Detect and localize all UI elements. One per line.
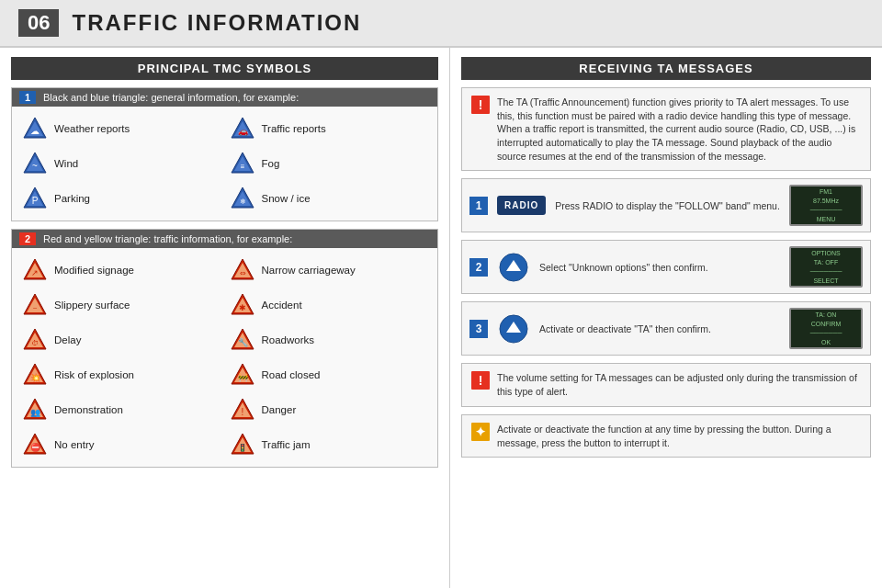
step-2-row: 2 Select "Unknown options" then confirm.…: [461, 240, 871, 294]
box2: 2 Red and yellow triangle: traffic infor…: [11, 229, 438, 468]
box1: 1 Black and blue triangle: general infor…: [11, 87, 438, 221]
svg-text:P: P: [32, 196, 39, 206]
list-item: P Parking: [19, 182, 223, 215]
svg-text:☁: ☁: [30, 126, 40, 136]
step-3-screen-text: TA: ONCONFIRM───────OK: [810, 311, 842, 346]
accident-icon: ✱: [229, 291, 256, 319]
traffic-reports-label: Traffic reports: [262, 122, 326, 136]
list-item: ✱ Accident: [227, 288, 431, 322]
step-1-content: RADIO Press RADIO to display the "FOLLOW…: [497, 196, 780, 215]
risk-explosion-icon: 💥: [21, 361, 49, 389]
list-item: ≡ Fog: [227, 147, 431, 180]
fog-label: Fog: [262, 157, 280, 171]
svg-text:💥: 💥: [30, 372, 41, 383]
list-item: ⏱ Delay: [19, 323, 223, 356]
fog-icon: ≡: [229, 150, 256, 177]
note-1-text: The volume setting for TA messages can b…: [497, 371, 861, 398]
parking-label: Parking: [54, 192, 90, 206]
step-1-screen: FM187.5MHz───────MENU: [789, 185, 863, 226]
accident-label: Accident: [262, 299, 302, 312]
step-1-text: Press RADIO to display the "FOLLOW" band…: [555, 199, 780, 213]
svg-text:≡: ≡: [240, 163, 244, 171]
list-item: ❄ Snow / ice: [227, 182, 431, 215]
svg-text:~: ~: [32, 161, 38, 171]
step-3-num: 3: [469, 320, 488, 338]
list-item: ~ Slippery surface: [19, 288, 223, 322]
roadworks-label: Roadworks: [262, 334, 315, 347]
svg-text:✱: ✱: [239, 303, 246, 312]
box2-num: 2: [19, 232, 36, 245]
box1-label: 1 Black and blue triangle: general infor…: [12, 88, 437, 107]
step-3-text: Activate or deactivate "TA" then confirm…: [539, 322, 711, 336]
danger-icon: !: [229, 396, 256, 424]
step-1-row: 1 RADIO Press RADIO to display the "FOLL…: [461, 178, 871, 232]
snow-ice-icon: ❄: [229, 185, 256, 212]
left-panel: PRINCIPAL TMC SYMBOLS 1 Black and blue t…: [0, 48, 450, 588]
box2-label: 2 Red and yellow triangle: traffic infor…: [12, 230, 437, 248]
road-closed-icon: 🚧: [229, 361, 256, 389]
step-2-screen-text: OPTIONSTA: OFF───────SELECT: [810, 249, 842, 285]
box1-num: 1: [19, 91, 36, 104]
step-3-content: Activate or deactivate "TA" then confirm…: [497, 312, 780, 345]
note-1-box: ! The volume setting for TA messages can…: [461, 363, 871, 406]
step-2-text: Select "Unknown options" then confirm.: [539, 261, 708, 275]
svg-text:🔧: 🔧: [237, 337, 248, 348]
ta-info-text: The TA (Traffic Announcement) function g…: [497, 96, 861, 163]
no-entry-icon: ⛔: [21, 431, 49, 458]
note-2-text: Activate or deactivate the function at a…: [497, 423, 861, 449]
svg-text:🚦: 🚦: [238, 443, 247, 452]
step-1-num: 1: [469, 197, 488, 215]
modified-signage-label: Modified signage: [54, 264, 134, 277]
list-item: ~ Wind: [19, 147, 223, 180]
list-item: 👥 Demonstration: [19, 393, 223, 426]
list-item: 🚦 Traffic jam: [227, 428, 431, 461]
no-entry-label: No entry: [54, 438, 94, 452]
ta-info-box: ! The TA (Traffic Announcement) function…: [461, 87, 871, 171]
list-item: 🔧 Roadworks: [227, 323, 431, 356]
svg-text:↗: ↗: [31, 268, 39, 277]
list-item: ↗ Modified signage: [19, 254, 223, 287]
box1-label-text: Black and blue triangle: general informa…: [43, 92, 299, 103]
weather-reports-label: Weather reports: [54, 122, 130, 136]
chapter-number: 06: [18, 9, 59, 37]
list-item: ⇔ Narrow carriageway: [227, 254, 431, 287]
delay-icon: ⏱: [21, 326, 49, 354]
delay-label: Delay: [54, 334, 81, 347]
svg-text:🚗: 🚗: [237, 126, 248, 137]
svg-text:⏱: ⏱: [31, 339, 39, 347]
svg-text:!: !: [241, 407, 243, 417]
list-item: ⛔ No entry: [19, 428, 223, 461]
step-1-screen-text: FM187.5MHz───────MENU: [810, 187, 842, 223]
demonstration-icon: 👥: [21, 396, 49, 424]
page-title: TRAFFIC INFORMATION: [72, 10, 361, 36]
step-3-screen: TA: ONCONFIRM───────OK: [789, 308, 863, 349]
exclaim-icon-2: !: [471, 371, 490, 390]
roadworks-icon: 🔧: [229, 326, 256, 354]
note-2-box: ✦ Activate or deactivate the function at…: [461, 414, 871, 458]
traffic-jam-label: Traffic jam: [262, 438, 311, 452]
traffic-jam-icon: 🚦: [229, 431, 256, 458]
list-item: 🚗 Traffic reports: [227, 112, 431, 145]
page-header: 06 TRAFFIC INFORMATION: [0, 0, 882, 48]
right-panel: RECEIVING TA MESSAGES ! The TA (Traffic …: [450, 48, 882, 588]
weather-reports-icon: ☁: [21, 115, 49, 142]
up-arrow-2-icon: [497, 312, 530, 345]
right-section-header: RECEIVING TA MESSAGES: [461, 57, 871, 80]
step-2-screen: OPTIONSTA: OFF───────SELECT: [789, 246, 863, 288]
up-arrow-icon: [497, 251, 530, 284]
road-closed-label: Road closed: [262, 368, 321, 382]
star-icon: ✦: [471, 423, 490, 441]
demonstration-label: Demonstration: [54, 403, 123, 417]
slippery-surface-icon: ~: [21, 291, 49, 319]
danger-label: Danger: [262, 403, 297, 417]
box2-items: ↗ Modified signage ⇔ Narrow carriageway: [12, 248, 437, 467]
list-item: 🚧 Road closed: [227, 358, 431, 391]
traffic-reports-icon: 🚗: [229, 115, 256, 142]
snow-ice-label: Snow / ice: [262, 192, 311, 206]
box2-label-text: Red and yellow triangle: traffic informa…: [43, 233, 292, 244]
narrow-carriageway-icon: ⇔: [229, 256, 256, 284]
wind-icon: ~: [21, 150, 49, 177]
box1-items: ☁ Weather reports 🚗 Traffic reports: [12, 107, 437, 220]
parking-icon: P: [21, 185, 49, 212]
svg-text:⇔: ⇔: [239, 269, 245, 277]
